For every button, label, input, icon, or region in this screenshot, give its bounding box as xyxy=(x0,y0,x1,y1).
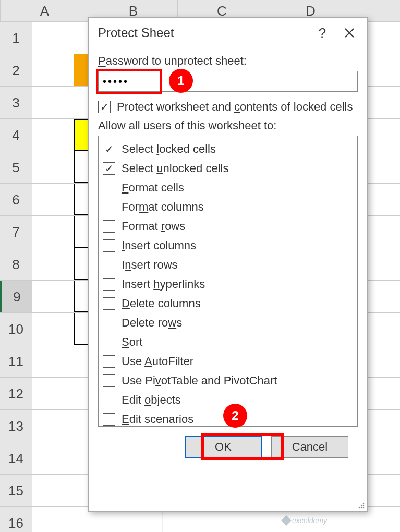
permission-option[interactable]: Delete columns xyxy=(103,294,353,313)
permission-option[interactable]: Select unlocked cells xyxy=(103,159,353,178)
cell[interactable] xyxy=(32,248,74,280)
permission-checkbox[interactable] xyxy=(103,355,115,368)
row-header[interactable]: 15 xyxy=(0,475,32,506)
permission-checkbox[interactable] xyxy=(103,278,115,291)
row-header[interactable]: 2 xyxy=(0,54,32,86)
permission-checkbox[interactable] xyxy=(103,182,115,194)
permission-label: Edit scenarios xyxy=(122,413,193,426)
svg-point-5 xyxy=(363,507,365,509)
permission-checkbox[interactable] xyxy=(103,259,115,271)
cell[interactable] xyxy=(32,507,74,532)
cancel-button[interactable]: Cancel xyxy=(271,436,348,458)
permission-checkbox[interactable] xyxy=(103,317,115,329)
permission-label: Use AutoFilter xyxy=(122,355,193,368)
annotation-badge-2: 2 xyxy=(223,404,247,428)
row-header[interactable]: 6 xyxy=(0,184,32,215)
password-input[interactable] xyxy=(98,71,358,92)
permission-option[interactable]: Insert rows xyxy=(103,255,353,274)
row-header[interactable]: 8 xyxy=(0,248,32,280)
permission-checkbox[interactable] xyxy=(103,336,115,348)
cell[interactable] xyxy=(32,151,74,183)
row-header[interactable]: 9 xyxy=(0,281,32,312)
cell[interactable] xyxy=(32,22,74,54)
cell[interactable] xyxy=(32,216,74,248)
permission-option[interactable]: Format rows xyxy=(103,216,353,236)
permission-option[interactable]: Use AutoFilter xyxy=(103,352,353,371)
column-header[interactable]: A xyxy=(1,0,89,21)
help-button[interactable]: ? xyxy=(309,20,336,45)
cell[interactable] xyxy=(32,184,74,215)
permission-checkbox[interactable] xyxy=(103,220,115,233)
permission-label: Sort xyxy=(122,335,142,349)
row-header[interactable]: 12 xyxy=(0,378,32,409)
permission-option[interactable]: Insert columns xyxy=(103,236,353,255)
permission-option[interactable]: Sort xyxy=(103,332,353,352)
row-header[interactable]: 11 xyxy=(0,345,32,377)
permission-label: Select locked cells xyxy=(122,142,216,156)
permission-label: Format rows xyxy=(122,220,185,233)
cell[interactable] xyxy=(32,281,74,312)
close-button[interactable] xyxy=(336,20,363,45)
permission-checkbox[interactable] xyxy=(103,162,115,175)
protect-contents-checkbox-row[interactable]: Protect worksheet and contents of locked… xyxy=(98,100,358,114)
svg-point-2 xyxy=(363,505,365,506)
cell[interactable] xyxy=(32,119,74,151)
row-header[interactable]: 16 xyxy=(0,507,32,532)
permission-label: Edit objects xyxy=(122,393,181,407)
row-header[interactable]: 14 xyxy=(0,442,32,474)
permission-checkbox[interactable] xyxy=(103,297,115,310)
cell[interactable] xyxy=(32,442,74,474)
cell[interactable] xyxy=(32,54,74,86)
permission-label: Format columns xyxy=(122,200,204,214)
permission-option[interactable]: Use PivotTable and PivotChart xyxy=(103,371,353,390)
row-header[interactable]: 5 xyxy=(0,151,32,183)
password-label: Password to unprotect sheet: xyxy=(98,54,358,68)
protect-contents-label: Protect worksheet and contents of locked… xyxy=(117,100,353,114)
ok-button[interactable]: OK xyxy=(185,436,262,458)
row-header[interactable]: 4 xyxy=(0,119,32,151)
allow-users-label: Allow all users of this worksheet to: xyxy=(98,119,358,132)
cell[interactable] xyxy=(32,345,74,377)
permission-checkbox[interactable] xyxy=(103,413,115,426)
svg-point-4 xyxy=(361,507,362,509)
row-header[interactable]: 7 xyxy=(0,216,32,248)
permission-option[interactable]: Select locked cells xyxy=(103,139,353,159)
dialog-titlebar: Protect Sheet ? xyxy=(89,18,367,48)
permission-checkbox[interactable] xyxy=(103,239,115,252)
permission-checkbox[interactable] xyxy=(103,143,115,155)
protect-contents-checkbox[interactable] xyxy=(98,101,111,113)
cell[interactable] xyxy=(32,378,74,409)
permission-label: Delete columns xyxy=(122,297,201,310)
svg-point-1 xyxy=(361,505,362,506)
svg-point-3 xyxy=(359,507,360,509)
permission-label: Delete rows xyxy=(122,316,182,330)
cell[interactable] xyxy=(32,475,74,506)
row-header[interactable]: 13 xyxy=(0,410,32,442)
permission-option[interactable]: Delete rows xyxy=(103,313,353,332)
close-icon xyxy=(344,28,355,38)
row-header[interactable]: 10 xyxy=(0,313,32,345)
permission-checkbox[interactable] xyxy=(103,374,115,387)
protect-sheet-dialog: Protect Sheet ? Password to unprotect sh… xyxy=(88,17,368,512)
annotation-badge-1: 1 xyxy=(169,69,193,93)
permissions-listbox[interactable]: Select locked cellsSelect unlocked cells… xyxy=(98,136,358,427)
permission-label: Insert rows xyxy=(122,258,178,272)
svg-point-0 xyxy=(363,503,365,504)
permission-checkbox[interactable] xyxy=(103,201,115,213)
cell[interactable] xyxy=(32,313,74,345)
permission-option[interactable]: Format cells xyxy=(103,178,353,197)
row-header[interactable]: 1 xyxy=(0,22,32,54)
cell[interactable] xyxy=(32,410,74,442)
permission-option[interactable]: Format columns xyxy=(103,197,353,216)
cell[interactable] xyxy=(32,87,74,118)
permission-checkbox[interactable] xyxy=(103,394,115,406)
permission-option[interactable]: Insert hyperlinks xyxy=(103,274,353,294)
permission-label: Insert hyperlinks xyxy=(122,277,205,291)
select-all-triangle[interactable] xyxy=(0,0,1,22)
permission-label: Format cells xyxy=(122,181,184,195)
dialog-title: Protect Sheet xyxy=(98,26,309,40)
row-header[interactable]: 3 xyxy=(0,87,32,118)
permission-label: Select unlocked cells xyxy=(122,162,228,175)
permission-label: Use PivotTable and PivotChart xyxy=(122,374,277,388)
resize-grip-icon[interactable] xyxy=(356,500,366,510)
